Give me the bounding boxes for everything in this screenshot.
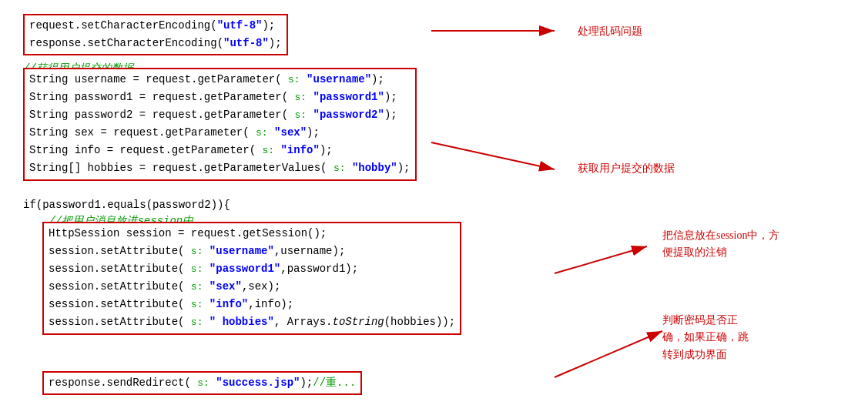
code-line-11: session.setAttribute( s: "password1",pas… xyxy=(49,260,455,278)
annotation-4: 判断密码是否正确，如果正确，跳转到成功界面 xyxy=(662,312,749,363)
code-line-1: request.setCharacterEncoding("utf-8"); xyxy=(29,17,282,35)
code-line-3: String username = request.getParameter( … xyxy=(29,71,411,89)
code-line-15: response.sendRedirect( s: "success.jsp")… xyxy=(49,374,356,392)
code-line-5: String password2 = request.getParameter(… xyxy=(29,106,411,124)
code-line-2: response.setCharacterEncoding("utf-8"); xyxy=(29,35,282,52)
code-line-14: session.setAttribute( s: " hobbies", Arr… xyxy=(49,313,455,331)
annotation-3: 把信息放在session中，方便提取的注销 xyxy=(662,227,779,262)
code-line-6: String sex = request.getParameter( s: "s… xyxy=(29,124,411,142)
annotation-1: 处理乱码问题 xyxy=(578,25,642,38)
code-line-9: HttpSession session = request.getSession… xyxy=(49,225,455,243)
svg-line-3 xyxy=(431,142,555,169)
code-line-10: session.setAttribute( s: "username",user… xyxy=(49,243,455,260)
sendredirect-block: response.sendRedirect( s: "success.jsp")… xyxy=(42,371,362,395)
svg-line-5 xyxy=(555,331,662,377)
code-line-12: session.setAttribute( s: "sex",sex); xyxy=(49,278,455,296)
code-line-8: String[] hobbies = request.getParameterV… xyxy=(29,159,411,177)
annotation-2: 获取用户提交的数据 xyxy=(578,162,675,176)
encoding-block: request.setCharacterEncoding("utf-8"); r… xyxy=(23,14,288,55)
code-line-13: session.setAttribute( s: "info",info); xyxy=(49,296,455,313)
code-line-4: String password1 = request.getParameter(… xyxy=(29,89,411,106)
getparam-block: String username = request.getParameter( … xyxy=(23,68,417,181)
code-line-7: String info = request.getParameter( s: "… xyxy=(29,142,411,159)
svg-line-4 xyxy=(555,246,647,273)
if-line: if(password1.equals(password2)){ xyxy=(23,199,230,211)
session-block: HttpSession session = request.getSession… xyxy=(42,222,461,335)
